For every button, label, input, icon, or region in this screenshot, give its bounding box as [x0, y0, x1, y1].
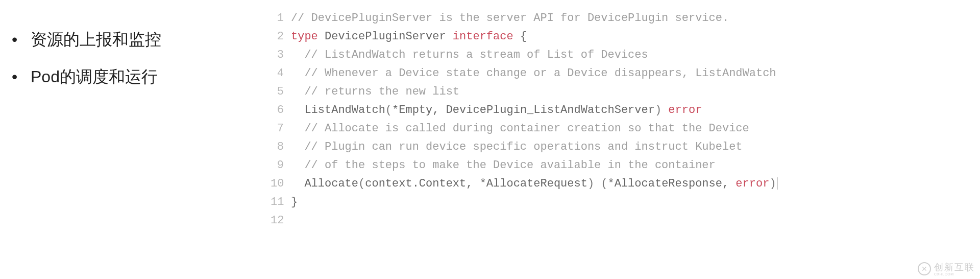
watermark: ✕ 创新互联 CXHLCOM: [918, 261, 975, 276]
line-content: // Plugin can run device specific operat…: [291, 138, 743, 156]
line-content: // Whenever a Device state change or a D…: [291, 64, 776, 83]
code-line: 3 // ListAndWatch returns a stream of Li…: [271, 46, 980, 64]
bullet-item: 资源的上报和监控: [8, 28, 265, 51]
line-content: // DevicePluginServer is the server API …: [291, 9, 729, 28]
bullet-list: 资源的上报和监控 Pod的调度和运行: [8, 28, 265, 88]
line-number: 2: [271, 28, 291, 46]
code-line: 5 // returns the new list: [271, 83, 980, 101]
line-number: 11: [271, 193, 291, 212]
line-content: ListAndWatch(*Empty, DevicePlugin_ListAn…: [291, 101, 702, 120]
info-panel: 资源的上报和监控 Pod的调度和运行: [0, 0, 265, 279]
code-line: 4 // Whenever a Device state change or a…: [271, 64, 980, 83]
line-number: 12: [271, 212, 291, 230]
line-content: }: [291, 193, 298, 212]
code-line: 1// DevicePluginServer is the server API…: [271, 9, 980, 28]
line-number: 5: [271, 83, 291, 101]
line-number: 8: [271, 138, 291, 156]
line-content: // Allocate is called during container c…: [291, 120, 749, 138]
code-line: 6 ListAndWatch(*Empty, DevicePlugin_List…: [271, 101, 980, 120]
watermark-text-wrap: 创新互联 CXHLCOM: [934, 261, 975, 276]
line-number: 7: [271, 120, 291, 138]
line-number: 1: [271, 9, 291, 28]
watermark-sub: CXHLCOM: [934, 272, 975, 276]
bullet-item: Pod的调度和运行: [8, 65, 265, 88]
code-block: 1// DevicePluginServer is the server API…: [271, 9, 980, 230]
code-line: 12: [271, 212, 980, 230]
code-line: 2type DevicePluginServer interface {: [271, 28, 980, 46]
code-panel: 1// DevicePluginServer is the server API…: [265, 0, 980, 279]
line-content: // ListAndWatch returns a stream of List…: [291, 46, 648, 64]
line-content: // of the steps to make the Device avail…: [291, 156, 716, 175]
code-line: 11}: [271, 193, 980, 212]
code-line: 9 // of the steps to make the Device ava…: [271, 156, 980, 175]
line-number: 10: [271, 175, 291, 193]
watermark-text: 创新互联: [934, 262, 975, 272]
line-number: 3: [271, 46, 291, 64]
line-content: type DevicePluginServer interface {: [291, 28, 527, 46]
code-line: 8 // Plugin can run device specific oper…: [271, 138, 980, 156]
code-line: 10 Allocate(context.Context, *AllocateRe…: [271, 175, 980, 193]
line-number: 9: [271, 156, 291, 175]
line-content: Allocate(context.Context, *AllocateReque…: [291, 175, 777, 193]
line-number: 4: [271, 64, 291, 83]
text-cursor: [777, 177, 777, 190]
brand-icon: ✕: [918, 262, 931, 275]
line-number: 6: [271, 101, 291, 120]
code-line: 7 // Allocate is called during container…: [271, 120, 980, 138]
line-content: // returns the new list: [291, 83, 459, 101]
